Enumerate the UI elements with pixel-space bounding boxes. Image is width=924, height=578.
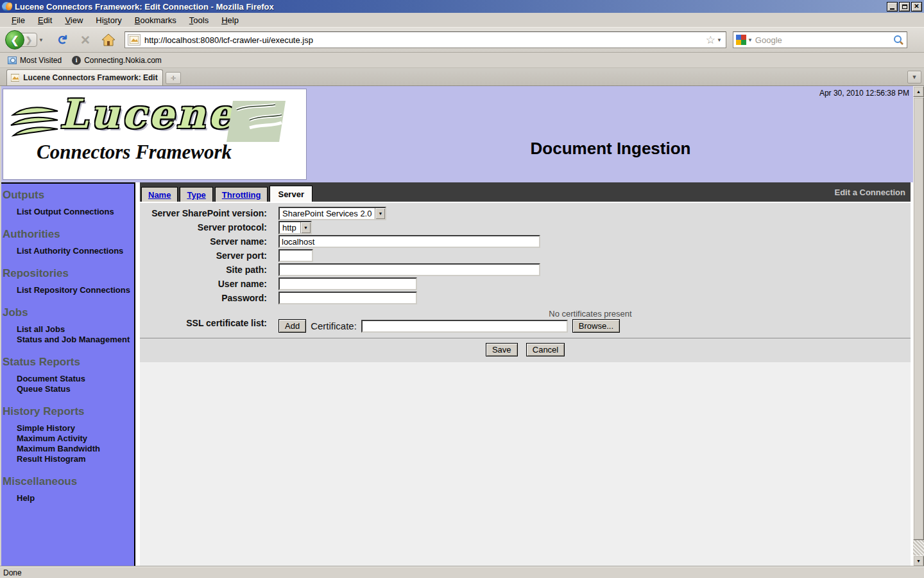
lucene-logo: Lucene Connectors Framework: [3, 89, 307, 180]
close-icon: ✕: [914, 3, 919, 10]
tab-strip: Lucene Connectors Framework: Edit ... ✛ …: [0, 68, 924, 86]
reload-icon: ↻: [56, 35, 69, 46]
server-port-input[interactable]: [278, 249, 313, 262]
google-engine-icon[interactable]: [736, 35, 746, 45]
tab-server-active[interactable]: Server: [270, 186, 312, 202]
sidebar-heading-repositories: Repositories: [1, 265, 134, 285]
page-body: OutputsList Output ConnectionsAuthoritie…: [1, 182, 913, 566]
protocol-select[interactable]: http ▼: [278, 221, 312, 234]
tab-grip-button[interactable]: ✛: [166, 72, 181, 84]
sidebar-item-maximum-bandwidth[interactable]: Maximum Bandwidth: [17, 444, 134, 454]
menu-bar: FileEditViewHistoryBookmarksToolsHelp: [0, 13, 924, 28]
no-certificates-text: No certificates present: [278, 309, 902, 319]
sidebar-item-maximum-activity[interactable]: Maximum Activity: [17, 434, 134, 444]
search-bar[interactable]: ▼: [733, 31, 907, 48]
add-certificate-button[interactable]: Add: [278, 319, 306, 333]
search-engine-caret[interactable]: ▼: [748, 37, 753, 43]
certificate-label: Certificate:: [311, 320, 357, 331]
sidebar-heading-outputs: Outputs: [1, 186, 134, 207]
sidebar-item-result-histogram[interactable]: Result Histogram: [17, 454, 134, 464]
tab-title: Lucene Connectors Framework: Edit ...: [23, 73, 158, 82]
scroll-down-button[interactable]: ▼: [913, 556, 924, 566]
sidebar-item-document-status[interactable]: Document Status: [17, 374, 134, 384]
sidebar-heading-authorities: Authorities: [1, 225, 134, 246]
back-button[interactable]: ❮: [5, 30, 24, 49]
field-label-ssl: SSL certificate list:: [140, 309, 278, 333]
stop-icon: ✕: [80, 34, 90, 46]
scroll-up-button[interactable]: ▲: [913, 86, 924, 97]
field-label-user-name: User name:: [140, 279, 278, 289]
certificate-input[interactable]: [361, 320, 568, 333]
window-titlebar: Lucene Connectors Framework: Edit Connec…: [0, 0, 924, 13]
page-viewport: Apr 30, 2010 12:56:38 PM Lucene Connecto…: [1, 86, 924, 566]
home-button[interactable]: [100, 31, 117, 48]
menu-tools[interactable]: Tools: [183, 14, 215, 26]
url-bar[interactable]: ☆ ▼: [124, 31, 726, 48]
tab-favicon: [11, 74, 19, 82]
site-path-input[interactable]: [278, 263, 540, 276]
restore-button[interactable]: [899, 2, 910, 12]
menu-edit[interactable]: Edit: [31, 14, 58, 26]
browse-button[interactable]: Browse...: [572, 319, 620, 333]
logo-word: Lucene: [60, 91, 235, 137]
save-button[interactable]: Save: [486, 343, 518, 356]
scrollbar-track[interactable]: [913, 540, 924, 556]
sidebar-item-list-output-connections[interactable]: List Output Connections: [17, 207, 134, 217]
vertical-scrollbar[interactable]: ▲ ▼: [913, 86, 924, 566]
server-name-input[interactable]: [278, 235, 540, 248]
menu-bookmarks[interactable]: Bookmarks: [128, 14, 183, 26]
home-icon: [101, 33, 116, 46]
sidebar-heading-jobs: Jobs: [1, 304, 134, 324]
sidebar-item-status-and-job-management[interactable]: Status and Job Management: [17, 335, 134, 345]
search-input[interactable]: [755, 35, 893, 45]
restore-icon: [902, 4, 907, 9]
stop-button[interactable]: ✕: [77, 31, 94, 48]
password-input[interactable]: [278, 292, 417, 304]
sidebar-item-simple-history[interactable]: Simple History: [17, 423, 134, 434]
menu-help[interactable]: Help: [215, 14, 245, 26]
url-input[interactable]: [144, 35, 705, 45]
main-panel: Edit a Connection NameTypeThrottlingServ…: [140, 182, 911, 566]
bookmark-label: Most Visited: [20, 56, 62, 65]
scrollbar-thumb[interactable]: [913, 97, 924, 540]
cancel-button[interactable]: Cancel: [526, 343, 565, 356]
page-content: Apr 30, 2010 12:56:38 PM Lucene Connecto…: [1, 86, 913, 566]
bookmark-label: Connecting.Nokia.com: [84, 56, 162, 65]
browser-tab-active[interactable]: Lucene Connectors Framework: Edit ...: [6, 69, 163, 85]
tab-throttling[interactable]: Throttling: [215, 187, 268, 202]
menu-file[interactable]: File: [5, 14, 31, 26]
minimize-button[interactable]: [887, 2, 898, 12]
sidebar-item-help[interactable]: Help: [17, 493, 134, 504]
list-all-tabs-button[interactable]: ▼: [907, 71, 921, 83]
tab-type[interactable]: Type: [180, 187, 212, 202]
bookmarks-toolbar: Most Visited i Connecting.Nokia.com: [0, 53, 924, 68]
user-name-input[interactable]: [278, 277, 417, 290]
timestamp: Apr 30, 2010 12:56:38 PM: [819, 89, 909, 98]
sidebar: OutputsList Output ConnectionsAuthoritie…: [1, 182, 135, 566]
sidebar-item-list-repository-connections[interactable]: List Repository Connections: [17, 285, 134, 295]
sharepoint-version-select[interactable]: SharePoint Services 2.0 ▼: [278, 207, 386, 220]
tab-name[interactable]: Name: [141, 187, 178, 202]
bookmark-most-visited[interactable]: Most Visited: [4, 55, 65, 66]
field-label-protocol: Server protocol:: [140, 222, 278, 232]
chevron-down-icon: ▼: [375, 208, 385, 219]
status-bar: Done: [0, 566, 924, 578]
history-dropdown-caret[interactable]: ▼: [37, 37, 47, 43]
sidebar-heading-status-reports: Status Reports: [1, 353, 134, 374]
sidebar-item-list-all-jobs[interactable]: List all Jobs: [17, 324, 134, 335]
close-button[interactable]: ✕: [911, 2, 922, 12]
reload-button[interactable]: ↻: [54, 31, 71, 48]
server-form: Server SharePoint version: SharePoint Se…: [140, 202, 911, 362]
sidebar-item-queue-status[interactable]: Queue Status: [17, 384, 134, 394]
bookmark-star-icon[interactable]: ☆: [706, 33, 715, 47]
bookmark-star-caret[interactable]: ▼: [717, 37, 722, 43]
connection-tabbar: Edit a Connection NameTypeThrottlingServ…: [140, 182, 911, 202]
search-icon[interactable]: [893, 35, 904, 46]
bookmark-connecting-nokia[interactable]: i Connecting.Nokia.com: [68, 55, 166, 66]
menu-history[interactable]: History: [89, 14, 128, 26]
minimize-icon: [890, 8, 894, 10]
back-icon: ❮: [10, 34, 19, 46]
menu-view[interactable]: View: [58, 14, 89, 26]
sidebar-item-list-authority-connections[interactable]: List Authority Connections: [17, 246, 134, 256]
forward-icon: ❯: [26, 35, 33, 45]
